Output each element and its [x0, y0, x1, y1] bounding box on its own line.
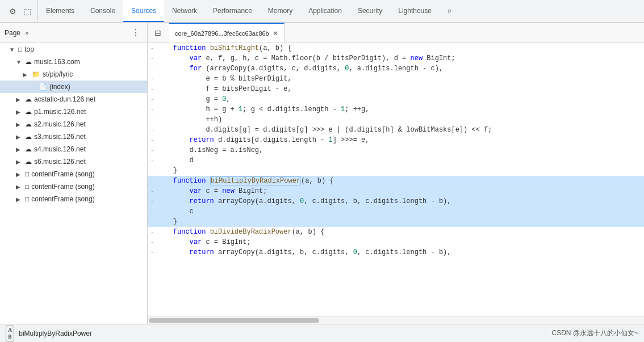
- tab-network[interactable]: Network: [164, 0, 205, 22]
- page-label: Page: [5, 29, 20, 37]
- line-code: function biMultiplyByRadixPower(a, b) {: [157, 176, 644, 186]
- frame-icon-cf2: □: [25, 183, 29, 191]
- code-line-highlighted: - c: [148, 206, 644, 217]
- code-line: - d.digits[g] = d.digits[g] >>> e | (d.d…: [148, 125, 644, 135]
- tree-item-contentframe3[interactable]: ▶ □ contentFrame (song): [0, 193, 147, 205]
- line-minus: -: [148, 43, 157, 53]
- tree-item-index[interactable]: 📄 (index): [0, 81, 147, 93]
- file-tab-active[interactable]: core_60a27896...3fec6cc63ac86b ✕: [169, 23, 285, 43]
- line-minus: -: [148, 166, 157, 176]
- domain-icon-s6music: ☁: [25, 158, 32, 166]
- search-type-icon[interactable]: AB: [6, 326, 14, 341]
- line-minus: -: [148, 155, 157, 166]
- file-tree: ▼ □ top ▼ ☁ music.163.com ▶ 📁 st/pip/lyr…: [0, 43, 148, 324]
- tree-item-p1music[interactable]: ▶ ☁ p1.music.126.net: [0, 105, 147, 118]
- tree-item-stpip[interactable]: ▶ 📁 st/pip/lyric: [0, 68, 147, 81]
- tree-label-s4music: s4.music.126.net: [34, 145, 86, 153]
- code-line: - g = 0,: [148, 94, 644, 104]
- code-line-highlighted: - var c = new BigInt;: [148, 186, 644, 196]
- code-line-highlighted: - return arrayCopy(a.digits, 0, c.digits…: [148, 196, 644, 206]
- tab-memory[interactable]: Memory: [260, 0, 300, 22]
- expand-arrow-top: ▼: [9, 47, 16, 53]
- devtools-icon-dock[interactable]: ⬚: [22, 6, 33, 17]
- line-code: function biShiftRight(a, b) {: [157, 43, 644, 53]
- tree-item-s2music[interactable]: ▶ ☁ s2.music.126.net: [0, 118, 147, 130]
- line-minus: -: [148, 125, 157, 135]
- file-icon-index: 📄: [39, 83, 47, 91]
- tree-item-acstatic[interactable]: ▶ ☁ acstatic-dun.126.net: [0, 93, 147, 105]
- tab-elements[interactable]: Elements: [38, 0, 82, 22]
- toggle-sidebar-btn[interactable]: ⊟: [150, 25, 166, 41]
- bottom-bar: AB biMultiplyByRadixPower CSDN @永远十八的小仙女…: [0, 324, 644, 342]
- line-minus: -: [148, 227, 157, 237]
- line-minus: -: [148, 237, 157, 247]
- tree-item-music163[interactable]: ▼ ☁ music.163.com: [0, 56, 147, 68]
- tree-item-s4music[interactable]: ▶ ☁ s4.music.126.net: [0, 143, 147, 155]
- line-code: var c = BigInt;: [157, 237, 644, 247]
- code-scroll[interactable]: - function biShiftRight(a, b) { - var e,…: [148, 43, 644, 316]
- line-code: ++h): [157, 115, 644, 125]
- scroll-thumb[interactable]: [149, 318, 319, 323]
- file-tab-close[interactable]: ✕: [273, 29, 278, 37]
- code-line: - var c = BigInt;: [148, 237, 644, 247]
- code-area: - function biShiftRight(a, b) { - var e,…: [148, 43, 644, 324]
- code-line: - var e, f, g, h, c = Math.floor(b / bit…: [148, 53, 644, 64]
- expand-arrow-s3music: ▶: [16, 134, 23, 140]
- tree-item-top[interactable]: ▼ □ top: [0, 43, 147, 56]
- code-line: - h = g + 1; g < d.digits.length - 1; ++…: [148, 104, 644, 115]
- domain-icon-s2music: ☁: [25, 120, 32, 128]
- tree-label-stpip: st/pip/lyric: [43, 70, 73, 78]
- line-code: d.isNeg = a.isNeg,: [157, 145, 644, 155]
- line-code: var e, f, g, h, c = Math.floor(b / bitsP…: [157, 53, 644, 64]
- devtools-tabbar: ⚙ ⬚ Elements Console Sources Network Per…: [0, 0, 644, 23]
- expand-arrow-cf1: ▶: [16, 171, 23, 178]
- line-code: f = bitsPerDigit - e,: [157, 84, 644, 94]
- tab-application[interactable]: Application: [300, 0, 350, 22]
- page-options-btn[interactable]: ⋮: [129, 26, 143, 39]
- page-more-btn[interactable]: »: [23, 28, 31, 38]
- domain-icon-acstatic: ☁: [25, 95, 32, 103]
- tree-label-cf3: contentFrame (song): [31, 195, 94, 203]
- expand-arrow-stpip: ▶: [23, 71, 30, 78]
- tree-item-contentframe2[interactable]: ▶ □ contentFrame (song): [0, 180, 147, 193]
- tree-label-index: (index): [49, 83, 70, 91]
- expand-arrow-cf3: ▶: [16, 196, 23, 202]
- line-minus: -: [148, 135, 157, 145]
- tree-label-s2music: s2.music.126.net: [34, 120, 86, 128]
- tab-console[interactable]: Console: [82, 0, 123, 22]
- line-code: d: [157, 155, 644, 166]
- tree-item-s6music[interactable]: ▶ ☁ s6.music.126.net: [0, 155, 147, 168]
- line-minus: -: [148, 247, 157, 257]
- devtools-icon-menu[interactable]: ⚙: [7, 6, 18, 17]
- bottom-right-text: CSDN @永远十八的小仙女~: [551, 328, 638, 338]
- search-result-text: biMultiplyByRadixPower: [19, 330, 547, 337]
- domain-icon-s3music: ☁: [25, 133, 32, 141]
- code-line: - e = b % bitsPerDigit,: [148, 74, 644, 84]
- line-minus: -: [148, 84, 157, 94]
- code-line-highlighted: - }: [148, 217, 644, 227]
- line-minus: -: [148, 176, 157, 186]
- line-code: return arrayCopy(a.digits, 0, c.digits, …: [157, 196, 644, 206]
- line-code: return d.digits[d.digits.length - 1] >>>…: [157, 135, 644, 145]
- tree-item-s3music[interactable]: ▶ ☁ s3.music.126.net: [0, 130, 147, 143]
- tab-security[interactable]: Security: [350, 0, 390, 22]
- devtools-icons: ⚙ ⬚: [2, 0, 38, 22]
- tab-more[interactable]: »: [440, 0, 459, 22]
- domain-icon-music163: ☁: [25, 58, 32, 66]
- line-minus: -: [148, 74, 157, 84]
- code-line: - d: [148, 155, 644, 166]
- line-minus: -: [148, 53, 157, 64]
- main-content: ▼ □ top ▼ ☁ music.163.com ▶ 📁 st/pip/lyr…: [0, 43, 644, 324]
- tab-sources[interactable]: Sources: [123, 0, 164, 22]
- tree-item-contentframe1[interactable]: ▶ □ contentFrame (song): [0, 168, 147, 180]
- expand-arrow-cf2: ▶: [16, 184, 23, 190]
- folder-icon-stpip: 📁: [32, 70, 40, 78]
- line-minus: -: [148, 206, 157, 217]
- tab-performance[interactable]: Performance: [205, 0, 260, 22]
- horizontal-scrollbar[interactable]: [148, 316, 644, 324]
- tab-lighthouse[interactable]: Lighthouse: [390, 0, 440, 22]
- page-section: Page » ⋮: [0, 23, 148, 43]
- expand-arrow-music163: ▼: [16, 59, 23, 65]
- code-line-highlighted-fn: - function biMultiplyByRadixPower(a, b) …: [148, 176, 644, 186]
- line-minus: -: [148, 64, 157, 74]
